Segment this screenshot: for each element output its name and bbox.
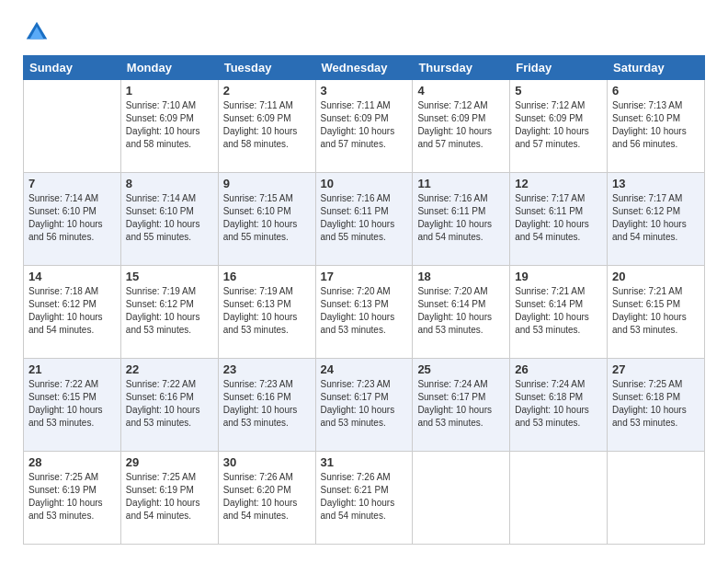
weekday-header-sunday: Sunday (24, 56, 121, 80)
day-info: Sunrise: 7:25 AM Sunset: 6:19 PM Dayligh… (28, 471, 116, 523)
weekday-header-monday: Monday (120, 56, 218, 80)
calendar-cell: 28Sunrise: 7:25 AM Sunset: 6:19 PM Dayli… (24, 452, 121, 545)
calendar-cell: 4Sunrise: 7:12 AM Sunset: 6:09 PM Daylig… (413, 80, 510, 173)
calendar-cell: 6Sunrise: 7:13 AM Sunset: 6:10 PM Daylig… (608, 80, 705, 173)
day-number: 26 (515, 362, 602, 376)
week-row-0: 1Sunrise: 7:10 AM Sunset: 6:09 PM Daylig… (24, 80, 705, 173)
day-number: 21 (28, 362, 116, 376)
day-info: Sunrise: 7:17 AM Sunset: 6:11 PM Dayligh… (515, 192, 602, 244)
day-number: 8 (126, 177, 213, 190)
day-info: Sunrise: 7:23 AM Sunset: 6:16 PM Dayligh… (223, 378, 311, 430)
week-row-1: 7Sunrise: 7:14 AM Sunset: 6:10 PM Daylig… (24, 173, 705, 266)
day-info: Sunrise: 7:19 AM Sunset: 6:12 PM Dayligh… (126, 285, 213, 337)
day-number: 20 (612, 270, 700, 283)
day-info: Sunrise: 7:12 AM Sunset: 6:09 PM Dayligh… (417, 99, 505, 151)
weekday-header-wednesday: Wednesday (315, 56, 413, 80)
calendar-cell: 2Sunrise: 7:11 AM Sunset: 6:09 PM Daylig… (218, 80, 315, 173)
day-info: Sunrise: 7:16 AM Sunset: 6:11 PM Dayligh… (417, 192, 505, 244)
calendar-cell: 26Sunrise: 7:24 AM Sunset: 6:18 PM Dayli… (510, 359, 608, 452)
calendar-cell (413, 452, 510, 545)
day-number: 3 (321, 84, 408, 98)
calendar-table: SundayMondayTuesdayWednesdayThursdayFrid… (23, 55, 705, 545)
day-number: 22 (126, 362, 213, 376)
day-number: 24 (321, 362, 408, 376)
weekday-header-row: SundayMondayTuesdayWednesdayThursdayFrid… (24, 56, 705, 80)
calendar-cell: 14Sunrise: 7:18 AM Sunset: 6:12 PM Dayli… (24, 266, 121, 359)
calendar-cell: 12Sunrise: 7:17 AM Sunset: 6:11 PM Dayli… (510, 173, 608, 266)
calendar-cell: 29Sunrise: 7:25 AM Sunset: 6:19 PM Dayli… (120, 452, 218, 545)
day-number: 13 (612, 177, 700, 190)
calendar-cell: 31Sunrise: 7:26 AM Sunset: 6:21 PM Dayli… (315, 452, 413, 545)
day-info: Sunrise: 7:24 AM Sunset: 6:18 PM Dayligh… (515, 378, 602, 430)
calendar-cell: 15Sunrise: 7:19 AM Sunset: 6:12 PM Dayli… (120, 266, 218, 359)
calendar-cell (24, 80, 121, 173)
calendar-cell: 17Sunrise: 7:20 AM Sunset: 6:13 PM Dayli… (315, 266, 413, 359)
calendar-cell: 27Sunrise: 7:25 AM Sunset: 6:18 PM Dayli… (608, 359, 705, 452)
calendar-cell (608, 452, 705, 545)
logo (23, 18, 54, 46)
weekday-header-friday: Friday (510, 56, 608, 80)
calendar-cell: 16Sunrise: 7:19 AM Sunset: 6:13 PM Dayli… (218, 266, 315, 359)
day-number: 12 (515, 177, 602, 190)
day-info: Sunrise: 7:21 AM Sunset: 6:14 PM Dayligh… (515, 285, 602, 337)
calendar-cell: 21Sunrise: 7:22 AM Sunset: 6:15 PM Dayli… (24, 359, 121, 452)
weekday-header-tuesday: Tuesday (218, 56, 315, 80)
day-info: Sunrise: 7:10 AM Sunset: 6:09 PM Dayligh… (126, 99, 213, 151)
day-info: Sunrise: 7:16 AM Sunset: 6:11 PM Dayligh… (321, 192, 408, 244)
day-info: Sunrise: 7:18 AM Sunset: 6:12 PM Dayligh… (28, 285, 116, 337)
calendar-cell: 1Sunrise: 7:10 AM Sunset: 6:09 PM Daylig… (120, 80, 218, 173)
calendar-cell: 24Sunrise: 7:23 AM Sunset: 6:17 PM Dayli… (315, 359, 413, 452)
day-number: 23 (223, 362, 311, 376)
day-info: Sunrise: 7:20 AM Sunset: 6:13 PM Dayligh… (321, 285, 408, 337)
day-info: Sunrise: 7:26 AM Sunset: 6:21 PM Dayligh… (321, 471, 408, 523)
day-number: 2 (223, 84, 311, 98)
calendar-cell: 18Sunrise: 7:20 AM Sunset: 6:14 PM Dayli… (413, 266, 510, 359)
day-number: 15 (126, 270, 213, 283)
day-info: Sunrise: 7:19 AM Sunset: 6:13 PM Dayligh… (223, 285, 311, 337)
logo-icon (23, 18, 51, 46)
day-number: 5 (515, 84, 602, 98)
day-info: Sunrise: 7:25 AM Sunset: 6:18 PM Dayligh… (612, 378, 700, 430)
day-number: 7 (28, 177, 116, 190)
day-info: Sunrise: 7:13 AM Sunset: 6:10 PM Dayligh… (612, 99, 700, 151)
day-number: 11 (417, 177, 505, 190)
page: SundayMondayTuesdayWednesdayThursdayFrid… (0, 0, 728, 563)
day-info: Sunrise: 7:17 AM Sunset: 6:12 PM Dayligh… (612, 192, 700, 244)
day-number: 9 (223, 177, 311, 190)
day-info: Sunrise: 7:24 AM Sunset: 6:17 PM Dayligh… (417, 378, 505, 430)
calendar-cell: 11Sunrise: 7:16 AM Sunset: 6:11 PM Dayli… (413, 173, 510, 266)
week-row-3: 21Sunrise: 7:22 AM Sunset: 6:15 PM Dayli… (24, 359, 705, 452)
calendar-cell: 23Sunrise: 7:23 AM Sunset: 6:16 PM Dayli… (218, 359, 315, 452)
day-info: Sunrise: 7:22 AM Sunset: 6:15 PM Dayligh… (28, 378, 116, 430)
weekday-header-saturday: Saturday (608, 56, 705, 80)
day-info: Sunrise: 7:26 AM Sunset: 6:20 PM Dayligh… (223, 471, 311, 523)
calendar-cell: 3Sunrise: 7:11 AM Sunset: 6:09 PM Daylig… (315, 80, 413, 173)
day-info: Sunrise: 7:21 AM Sunset: 6:15 PM Dayligh… (612, 285, 700, 337)
calendar-cell: 5Sunrise: 7:12 AM Sunset: 6:09 PM Daylig… (510, 80, 608, 173)
calendar-cell: 19Sunrise: 7:21 AM Sunset: 6:14 PM Dayli… (510, 266, 608, 359)
calendar-cell: 9Sunrise: 7:15 AM Sunset: 6:10 PM Daylig… (218, 173, 315, 266)
day-number: 27 (612, 362, 700, 376)
week-row-2: 14Sunrise: 7:18 AM Sunset: 6:12 PM Dayli… (24, 266, 705, 359)
day-number: 4 (417, 84, 505, 98)
calendar-cell: 20Sunrise: 7:21 AM Sunset: 6:15 PM Dayli… (608, 266, 705, 359)
calendar-cell: 30Sunrise: 7:26 AM Sunset: 6:20 PM Dayli… (218, 452, 315, 545)
day-number: 28 (28, 455, 116, 469)
day-info: Sunrise: 7:11 AM Sunset: 6:09 PM Dayligh… (223, 99, 311, 151)
day-number: 19 (515, 270, 602, 283)
day-number: 30 (223, 455, 311, 469)
day-number: 25 (417, 362, 505, 376)
day-number: 14 (28, 270, 116, 283)
header (23, 18, 705, 46)
day-info: Sunrise: 7:15 AM Sunset: 6:10 PM Dayligh… (223, 192, 311, 244)
day-info: Sunrise: 7:14 AM Sunset: 6:10 PM Dayligh… (28, 192, 116, 244)
calendar-cell: 10Sunrise: 7:16 AM Sunset: 6:11 PM Dayli… (315, 173, 413, 266)
calendar-cell: 7Sunrise: 7:14 AM Sunset: 6:10 PM Daylig… (24, 173, 121, 266)
day-info: Sunrise: 7:22 AM Sunset: 6:16 PM Dayligh… (126, 378, 213, 430)
calendar-cell: 8Sunrise: 7:14 AM Sunset: 6:10 PM Daylig… (120, 173, 218, 266)
day-info: Sunrise: 7:11 AM Sunset: 6:09 PM Dayligh… (321, 99, 408, 151)
calendar-cell: 25Sunrise: 7:24 AM Sunset: 6:17 PM Dayli… (413, 359, 510, 452)
day-info: Sunrise: 7:23 AM Sunset: 6:17 PM Dayligh… (321, 378, 408, 430)
day-number: 1 (126, 84, 213, 98)
week-row-4: 28Sunrise: 7:25 AM Sunset: 6:19 PM Dayli… (24, 452, 705, 545)
